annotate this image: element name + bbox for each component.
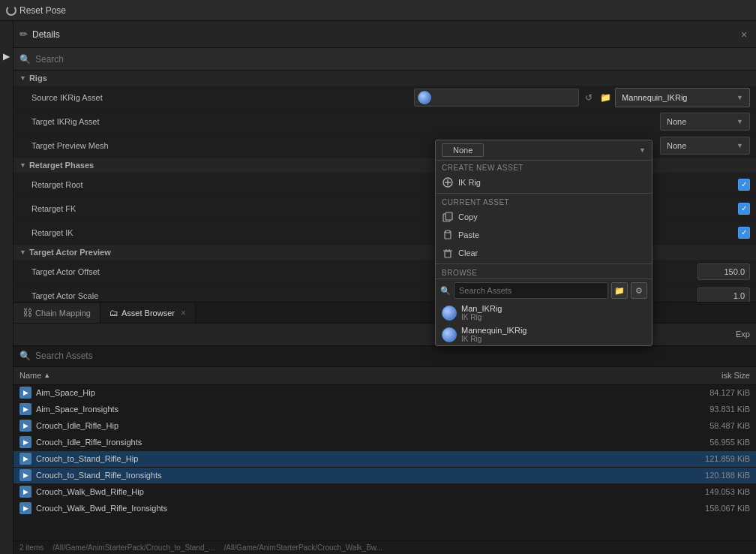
dropdown-divider-1 [436, 193, 652, 194]
target-ikrig-label: Target IKRig Asset [32, 117, 660, 126]
list-item[interactable]: ▶ Aim_Space_Ironsights 93.831 KiB [14, 402, 756, 418]
source-ikrig-label: Source IKRig Asset [32, 93, 414, 102]
rigs-section-arrow: ▼ [20, 74, 26, 82]
asset-browser-tab-close[interactable]: × [181, 308, 186, 318]
ab-col-name: Name ▲ [20, 371, 682, 380]
details-close-button[interactable]: × [738, 29, 750, 41]
dd-result-man-ikrig-type: IK Rig [461, 313, 502, 321]
ab-row-icon: ▶ [20, 453, 32, 465]
paste-icon [442, 229, 454, 241]
list-item[interactable]: ▶ Crouch_Idle_Rifle_Hip 58.487 KiB [14, 418, 756, 435]
ab-row-icon: ▶ [20, 502, 32, 514]
dd-result-mannequin-ikrig-icon [442, 327, 457, 342]
reset-pose-label: Reset Pose [20, 5, 66, 16]
search-icon: 🔍 [20, 54, 31, 65]
ab-row-name: Aim_Space_Hip [36, 388, 682, 397]
browse-label: BROWSE [436, 266, 652, 279]
target-actor-scale-input[interactable] [698, 288, 750, 302]
retarget-fk-value [738, 203, 750, 215]
svg-rect-6 [446, 230, 450, 233]
sidebar-arrow-icon: ▶ [3, 51, 10, 62]
reset-pose-icon [6, 5, 16, 16]
target-ikrig-value: None ▼ [660, 113, 750, 131]
copy-icon [442, 211, 454, 223]
retarget-section-label: Retarget Phases [29, 161, 94, 170]
retarget-section-arrow: ▼ [20, 161, 26, 169]
list-item[interactable]: ▶ Crouch_Walk_Bwd_Rifle_Hip 149.053 KiB [14, 484, 756, 501]
target-actor-scale-value [698, 288, 750, 302]
source-ikrig-icon [418, 91, 431, 104]
dd-result-man-ikrig-icon [442, 306, 457, 321]
ab-sort-icon: ▲ [44, 372, 50, 379]
ab-export-label[interactable]: Exp [736, 330, 750, 339]
asset-browser-icon: 🗂 [110, 308, 118, 318]
sidebar-toggle[interactable]: ▶ [0, 21, 14, 554]
ab-row-size: 149.053 KiB [682, 487, 750, 496]
ab-row-icon: ▶ [20, 469, 32, 481]
retarget-ik-checkbox[interactable] [738, 227, 750, 239]
source-ikrig-widget[interactable] [414, 89, 579, 107]
copy-item[interactable]: Copy [436, 208, 652, 226]
ab-col-size: isk Size [682, 371, 750, 380]
asset-browser-tab[interactable]: 🗂 Asset Browser × [100, 303, 196, 323]
ik-rig-create-item[interactable]: IK Rig [436, 173, 652, 191]
rigs-section-header[interactable]: ▼ Rigs [14, 71, 756, 86]
ab-content: ▶ Aim_Space_Hip 84.127 KiB ▶ Aim_Space_I… [14, 385, 756, 541]
dd-result-mannequin-ikrig-type: IK Rig [461, 335, 526, 343]
dd-folder-btn[interactable]: 📁 [611, 282, 628, 299]
retarget-fk-checkbox[interactable] [738, 203, 750, 215]
list-item[interactable]: ▶ Aim_Space_Hip 84.127 KiB [14, 385, 756, 402]
ab-row-size: 120.188 KiB [682, 471, 750, 480]
dd-result-man-ikrig[interactable]: Man_IKRig IK Rig [436, 302, 652, 324]
svg-rect-7 [445, 251, 451, 257]
list-item[interactable]: ▶ Crouch_Idle_Rifle_Ironsights 56.955 Ki… [14, 435, 756, 451]
mannequin-chevron-icon: ▼ [736, 94, 743, 101]
target-ikrig-dropdown-popup: None ▼ CREATE NEW ASSET IK Rig CURRENT A… [435, 140, 652, 346]
ab-row-name: Crouch_Walk_Bwd_Rifle_Ironsights [36, 504, 682, 513]
target-ikrig-none-btn[interactable]: None ▼ [660, 113, 750, 131]
list-item[interactable]: ▶ Crouch_to_Stand_Rifle_Hip 121.859 KiB [14, 451, 756, 468]
paste-label: Paste [458, 230, 479, 239]
details-header: ✏ Details × [14, 21, 756, 48]
chain-mapping-tab[interactable]: ⛓ Chain Mapping [14, 303, 100, 323]
asset-browser-label: Asset Browser [122, 309, 175, 318]
ik-rig-create-label: IK Rig [458, 178, 481, 187]
target-preview-none-text: None [667, 141, 686, 150]
details-search-input[interactable] [35, 54, 750, 65]
ab-search-input[interactable] [35, 351, 750, 361]
target-preview-none-btn[interactable]: None ▼ [660, 137, 750, 155]
mannequin-dropdown[interactable]: Mannequin_IKRig ▼ [615, 88, 750, 107]
target-preview-chevron: ▼ [736, 142, 743, 149]
chain-mapping-icon: ⛓ [22, 307, 32, 318]
dd-result-mannequin-ikrig-text: Mannequin_IKRig IK Rig [461, 326, 526, 343]
dd-search-icon: 🔍 [440, 286, 451, 296]
top-bar: Reset Pose [0, 0, 756, 21]
dd-settings-btn[interactable]: ⚙ [631, 282, 647, 299]
ab-search-icon: 🔍 [20, 351, 31, 361]
ab-header-row: Name ▲ isk Size [14, 367, 756, 385]
ab-bottom-info: 2 items /All/Game/AnimStarterPack/Crouch… [14, 540, 756, 554]
target-actor-offset-value [698, 263, 750, 280]
ab-row-size: 93.831 KiB [682, 405, 750, 414]
target-actor-offset-input[interactable] [698, 263, 750, 280]
target-actor-section-arrow: ▼ [20, 248, 26, 256]
dd-result-mannequin-ikrig[interactable]: Mannequin_IKRig IK Rig [436, 324, 652, 345]
target-ikrig-row: Target IKRig Asset None ▼ [14, 110, 756, 134]
clear-item[interactable]: Clear [436, 244, 652, 262]
target-ikrig-none-text: None [667, 117, 686, 126]
ab-row-name: Crouch_Idle_Rifle_Ironsights [36, 438, 682, 447]
ab-row-name: Crouch_Idle_Rifle_Hip [36, 421, 682, 430]
retarget-root-checkbox[interactable] [738, 179, 750, 191]
refresh-icon[interactable]: ↺ [582, 91, 596, 104]
list-item[interactable]: ▶ Crouch_to_Stand_Rifle_Ironsights 120.1… [14, 468, 756, 484]
ab-row-size: 158.067 KiB [682, 504, 750, 513]
target-ikrig-none-widget: None ▼ [660, 113, 750, 131]
reset-pose-button[interactable]: Reset Pose [6, 5, 66, 16]
current-asset-label: CURRENT ASSET [436, 195, 652, 208]
source-ikrig-actions: ↺ 📁 [582, 91, 612, 104]
target-preview-value: None ▼ [660, 137, 750, 155]
dd-search-input[interactable] [454, 282, 608, 299]
browse-icon[interactable]: 📁 [598, 91, 612, 104]
paste-item[interactable]: Paste [436, 226, 652, 244]
list-item[interactable]: ▶ Crouch_Walk_Bwd_Rifle_Ironsights 158.0… [14, 501, 756, 517]
